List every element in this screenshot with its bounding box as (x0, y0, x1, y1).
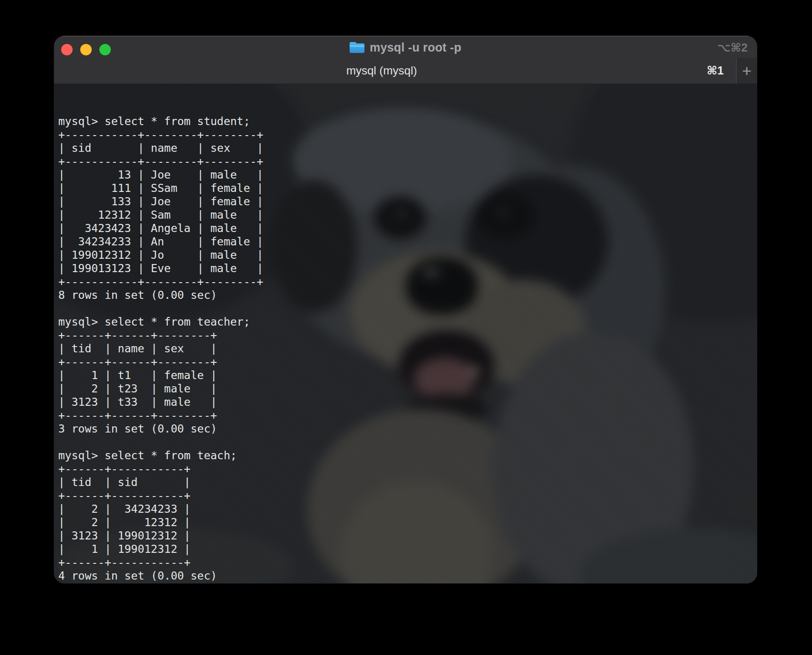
terminal-line: +------+-----------+ (58, 489, 757, 502)
terminal-line: +------+------+--------+ (58, 355, 757, 369)
new-tab-button[interactable]: + (736, 58, 757, 84)
title-bar[interactable]: mysql -u root -p ⌥⌘2 (54, 36, 757, 58)
terminal-line: 3 rows in set (0.00 sec) (58, 422, 757, 435)
terminal-line: | 199012312 | Jo | male | (58, 248, 757, 262)
window-title: mysql -u root -p (370, 41, 461, 54)
tab-shortcut-label: ⌘1 (706, 64, 724, 77)
terminal-line: | 1 | 199012312 | (58, 542, 757, 556)
zoom-button[interactable] (99, 44, 111, 55)
terminal-line: 8 rows in set (0.00 sec) (58, 288, 757, 302)
terminal-line: | 133 | Joe | female | (58, 195, 757, 208)
desktop: mysql -u root -p ⌥⌘2 mysql (mysql) ⌘1 + (0, 0, 812, 655)
terminal-line: | 34234233 | An | female | (58, 235, 757, 248)
terminal-line: | 111 | SSam | female | (58, 181, 757, 195)
plus-icon: + (742, 63, 752, 79)
terminal-line: | 2 | t23 | male | (58, 382, 757, 395)
terminal-screen[interactable]: mysql> select * from student;+----------… (54, 84, 757, 583)
terminal-line (58, 435, 757, 449)
window-shortcut-label: ⌥⌘2 (717, 41, 748, 54)
terminal-line: | 1 | t1 | female | (58, 369, 757, 382)
tab-label: mysql (mysql) (346, 64, 417, 77)
close-button[interactable] (61, 44, 73, 55)
terminal-line: | tid | name | sex | (58, 342, 757, 355)
terminal-line: +------+-----------+ (58, 556, 757, 569)
terminal-line: | 2 | 12312 | (58, 516, 757, 529)
terminal-line: | tid | sid | (58, 475, 757, 489)
terminal-line: mysql> select * from student; (58, 115, 757, 128)
terminal-line: | 3123 | 199012312 | (58, 529, 757, 542)
terminal-line (58, 302, 757, 315)
terminal-line: | 3123 | t33 | male | (58, 395, 757, 409)
terminal-line: 4 rows in set (0.00 sec) (58, 569, 757, 582)
traffic-lights (61, 44, 111, 55)
terminal-line: | 3423423 | Angela | male | (58, 222, 757, 235)
terminal-line: | 13 | Joe | male | (58, 168, 757, 181)
folder-icon (350, 42, 364, 53)
terminal-line: +------+-----------+ (58, 462, 757, 475)
terminal-window: mysql -u root -p ⌥⌘2 mysql (mysql) ⌘1 + (54, 36, 757, 583)
terminal-line: +-----------+--------+--------+ (58, 155, 757, 168)
tab-bar: mysql (mysql) ⌘1 + (54, 58, 757, 84)
folder-icon-body (350, 43, 364, 53)
terminal-line (58, 582, 757, 583)
terminal-line: mysql> select * from teach; (58, 449, 757, 462)
terminal-line: | 2 | 34234233 | (58, 502, 757, 516)
terminal-line: +-----------+--------+--------+ (58, 128, 757, 141)
terminal-line: | 12312 | Sam | male | (58, 208, 757, 222)
terminal-line: +------+------+--------+ (58, 328, 757, 342)
terminal-output: mysql> select * from student;+----------… (58, 115, 757, 583)
title-group: mysql -u root -p (350, 41, 461, 54)
minimize-button[interactable] (80, 44, 92, 55)
terminal-line: +-----------+--------+--------+ (58, 275, 757, 288)
terminal-line: mysql> select * from teacher; (58, 315, 757, 328)
folder-icon-lip (350, 45, 364, 47)
tab-mysql[interactable]: mysql (mysql) ⌘1 (54, 58, 736, 84)
terminal-line: +------+------+--------+ (58, 409, 757, 422)
terminal-text: mysql> select * from student;+----------… (54, 84, 757, 583)
terminal-line: | 199013123 | Eve | male | (58, 262, 757, 275)
terminal-line: | sid | name | sex | (58, 141, 757, 155)
